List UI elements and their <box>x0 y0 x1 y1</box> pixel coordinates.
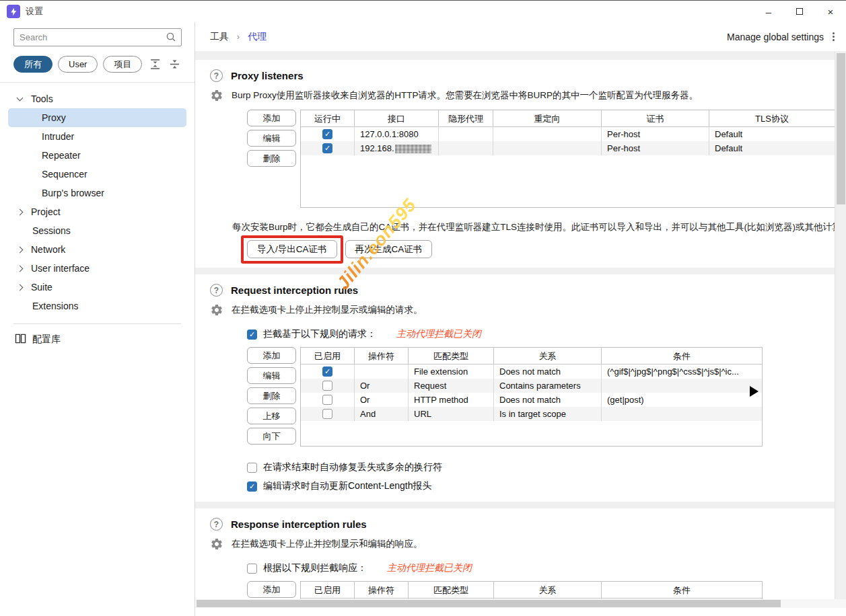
table-row[interactable]: 192.168. Per-host Default <box>301 141 835 155</box>
rule-enabled-checkbox[interactable] <box>322 409 332 419</box>
sidebar-item-sessions[interactable]: Sessions <box>0 221 195 240</box>
horizontal-scrollbar[interactable] <box>195 599 846 608</box>
section-title: Response interception rules <box>231 518 367 530</box>
table-row[interactable]: Or HTTP method Does not match (get|post) <box>301 393 762 407</box>
filter-pill-all[interactable]: 所有 <box>13 56 52 73</box>
edit-button[interactable]: 编辑 <box>247 130 296 147</box>
col-header-enabled[interactable]: 已启用 <box>301 582 355 599</box>
breadcrumb: 工具 › 代理 <box>210 31 267 43</box>
col-header-relationship[interactable]: 关系 <box>494 582 602 599</box>
breadcrumb-proxy[interactable]: 代理 <box>248 31 267 43</box>
sidebar: 所有 User 项目 Tools <box>0 22 195 616</box>
sidebar-item-intruder[interactable]: Intruder <box>0 127 195 146</box>
window-title: 设置 <box>26 5 753 17</box>
table-row[interactable]: 127.0.0.1:8080 Per-host Default <box>301 127 835 141</box>
help-icon[interactable]: ? <box>210 284 223 297</box>
request-interception-section: ? Request interception rules 在拦截选项卡上停止并控… <box>195 274 835 502</box>
horizontal-scrollbar-thumb[interactable] <box>197 600 781 607</box>
add-button[interactable]: 添加 <box>247 110 296 126</box>
search-input[interactable] <box>13 28 182 46</box>
add-button[interactable]: 添加 <box>247 347 296 364</box>
running-checkbox[interactable] <box>322 129 332 139</box>
move-up-button[interactable]: 上移 <box>247 408 296 424</box>
breadcrumb-tools[interactable]: 工具 <box>210 31 229 43</box>
sidebar-item-repeater[interactable]: Repeater <box>0 146 195 165</box>
fix-newlines-label: 在请求结束时自动修复丢失或多余的换行符 <box>263 461 442 473</box>
interception-off-warning: 主动代理拦截已关闭 <box>387 562 472 574</box>
minimize-button[interactable]: – <box>753 1 784 22</box>
response-rules-table: 已启用 操作符 匹配类型 关系 条件 Content type hea... M <box>300 581 763 599</box>
col-header-match-type[interactable]: 匹配类型 <box>409 582 494 599</box>
sidebar-item-suite[interactable]: Suite <box>0 278 195 297</box>
col-header-condition[interactable]: 条件 <box>602 582 762 599</box>
kebab-menu-icon[interactable] <box>831 30 837 43</box>
fix-newlines-checkbox[interactable] <box>247 463 257 473</box>
config-library-item[interactable]: 配置库 <box>0 324 195 346</box>
sidebar-item-sequencer[interactable]: Sequencer <box>0 165 195 184</box>
rule-enabled-checkbox[interactable] <box>322 381 332 391</box>
sidebar-item-extensions[interactable]: Extensions <box>0 297 195 315</box>
sidebar-item-network[interactable]: Network <box>0 240 195 259</box>
import-export-ca-button[interactable]: 导入/导出CA证书 <box>247 240 337 258</box>
filter-pill-user[interactable]: User <box>58 56 98 73</box>
running-checkbox[interactable] <box>322 143 332 153</box>
sidebar-item-tools[interactable]: Tools <box>0 89 195 108</box>
sidebar-item-burps-browser[interactable]: Burp's browser <box>0 184 195 202</box>
col-header-invisible[interactable]: 隐形代理 <box>439 110 493 127</box>
help-icon[interactable]: ? <box>210 69 223 82</box>
rule-enabled-checkbox[interactable] <box>322 395 332 405</box>
collapse-all-icon[interactable] <box>168 58 181 71</box>
section-description: 在拦截选项卡上停止并控制显示或编辑的请求。 <box>232 304 423 316</box>
close-button[interactable]: × <box>815 1 846 22</box>
content-header: 工具 › 代理 Manage global settings <box>195 22 846 51</box>
section-description: Burp Proxy使用监听器接收来自浏览器的HTTP请求。您需要在浏览器中将B… <box>232 89 698 102</box>
manage-global-settings-button[interactable]: Manage global settings <box>727 32 824 42</box>
sidebar-item-proxy[interactable]: Proxy <box>8 108 186 127</box>
rule-enabled-checkbox[interactable] <box>322 367 332 377</box>
section-description: 在拦截选项卡上停止并控制显示和编辑的响应。 <box>232 538 423 550</box>
library-book-icon <box>15 334 26 346</box>
settings-scroll-area: ? Proxy listeners Burp Proxy使用监听器接收来自浏览器… <box>195 51 846 599</box>
col-header-tls[interactable]: TLS协议 <box>709 110 835 127</box>
col-header-certificate[interactable]: 证书 <box>602 110 709 127</box>
table-row[interactable]: And URL Is in target scope <box>301 407 762 421</box>
chevron-right-icon <box>17 284 24 291</box>
col-header-interface[interactable]: 接口 <box>355 110 439 127</box>
move-down-button[interactable]: 向下 <box>247 428 296 445</box>
delete-button[interactable]: 删除 <box>247 150 296 167</box>
vertical-scrollbar[interactable] <box>835 51 846 599</box>
add-button[interactable]: 添加 <box>247 581 296 598</box>
gear-icon <box>210 89 223 102</box>
filter-pill-project[interactable]: 项目 <box>103 56 142 73</box>
update-content-length-checkbox[interactable] <box>247 482 257 492</box>
table-row[interactable]: Or Request Contains parameters <box>301 379 762 393</box>
sidebar-item-user-interface[interactable]: User interface <box>0 259 195 278</box>
edit-button[interactable]: 编辑 <box>247 367 296 384</box>
col-header-running[interactable]: 运行中 <box>301 110 355 127</box>
col-header-relationship[interactable]: 关系 <box>494 348 602 364</box>
intercept-responses-checkbox[interactable] <box>247 564 257 574</box>
intercept-requests-checkbox[interactable] <box>247 330 257 340</box>
proxy-listeners-section: ? Proxy listeners Burp Proxy使用监听器接收来自浏览器… <box>195 60 835 268</box>
chevron-down-icon <box>17 95 24 102</box>
chevron-right-icon <box>17 208 24 215</box>
sidebar-item-project[interactable]: Project <box>0 202 195 221</box>
section-title: Request interception rules <box>231 284 358 296</box>
col-header-operator[interactable]: 操作符 <box>355 582 409 599</box>
expand-all-icon[interactable] <box>149 58 162 71</box>
col-header-condition[interactable]: 条件 <box>602 348 762 364</box>
regenerate-ca-button[interactable]: 再次生成CA证书 <box>345 240 433 258</box>
col-header-match-type[interactable]: 匹配类型 <box>409 348 494 364</box>
chevron-right-icon <box>17 265 24 272</box>
help-icon[interactable]: ? <box>210 518 223 531</box>
table-row[interactable]: File extension Does not match (^gif$|^jp… <box>301 364 762 379</box>
settings-window: 设置 – × 所有 User 项目 <box>0 0 846 616</box>
breadcrumb-separator: › <box>237 32 240 42</box>
vertical-scrollbar-thumb[interactable] <box>837 53 845 204</box>
maximize-button[interactable] <box>784 1 815 22</box>
col-header-operator[interactable]: 操作符 <box>355 348 409 364</box>
delete-button[interactable]: 删除 <box>247 387 296 404</box>
col-header-redirect[interactable]: 重定向 <box>493 110 602 127</box>
col-header-enabled[interactable]: 已启用 <box>301 348 355 364</box>
proxy-listeners-table: 运行中 接口 隐形代理 重定向 证书 TLS协议 127.0.0.1:8080 <box>300 110 835 208</box>
